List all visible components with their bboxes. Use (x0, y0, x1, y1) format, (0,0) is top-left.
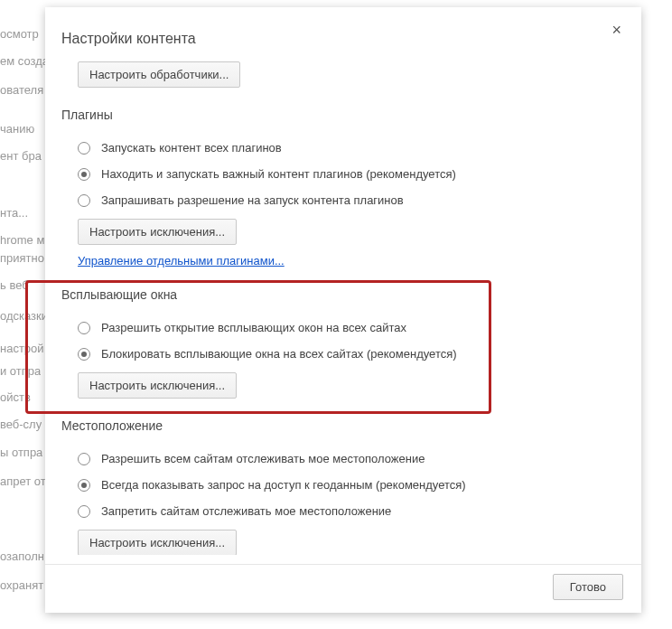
radio-label: Находить и запускать важный контент плаг… (101, 167, 456, 181)
radio-icon (78, 479, 90, 492)
content-settings-modal: Настройки контента × Настроить обработчи… (45, 7, 641, 613)
radio-label: Всегда показывать запрос на доступ к гео… (101, 478, 466, 492)
location-option-allow[interactable]: Разрешить всем сайтам отслеживать мое ме… (78, 446, 625, 472)
popups-exceptions-button[interactable]: Настроить исключения... (78, 372, 237, 399)
plugins-exceptions-button[interactable]: Настроить исключения... (78, 219, 237, 245)
radio-icon (78, 168, 90, 181)
radio-icon (78, 348, 90, 361)
configure-handlers-button[interactable]: Настроить обработчики... (78, 61, 240, 88)
modal-body[interactable]: Настроить обработчики... Плагины Запуска… (45, 56, 641, 555)
location-exceptions-button[interactable]: Настроить исключения... (78, 530, 237, 555)
plugins-option-detect-important[interactable]: Находить и запускать важный контент плаг… (78, 161, 625, 187)
location-section: Местоположение Разрешить всем сайтам отс… (61, 418, 625, 555)
radio-icon (78, 505, 90, 518)
plugins-option-ask[interactable]: Запрашивать разрешение на запуск контент… (78, 187, 625, 213)
radio-icon (78, 453, 90, 465)
location-option-block[interactable]: Запретить сайтам отслеживать мое местопо… (78, 498, 625, 524)
radio-label: Разрешить открытие всплывающих окон на в… (101, 321, 406, 334)
radio-icon (78, 322, 90, 334)
done-button[interactable]: Готово (553, 574, 623, 600)
close-icon[interactable]: × (611, 22, 621, 38)
plugins-option-run-all[interactable]: Запускать контент всех плагинов (78, 135, 625, 161)
radio-label: Запрашивать разрешение на запуск контент… (101, 193, 404, 207)
popups-option-allow[interactable]: Разрешить открытие всплывающих окон на в… (78, 314, 625, 341)
plugins-section: Плагины Запускать контент всех плагинов … (61, 108, 625, 268)
radio-label: Запретить сайтам отслеживать мое местопо… (101, 504, 391, 518)
radio-label: Блокировать всплывающие окна на всех сай… (101, 347, 457, 361)
modal-title: Настройки контента (61, 31, 196, 47)
handlers-section: Настроить обработчики... (61, 56, 625, 88)
radio-label: Разрешить всем сайтам отслеживать мое ме… (101, 452, 425, 465)
popups-title: Всплывающие окна (61, 287, 625, 302)
location-title: Местоположение (61, 418, 625, 433)
modal-footer: Готово (45, 565, 641, 613)
modal-header: Настройки контента × (45, 7, 641, 47)
radio-icon (78, 142, 90, 155)
radio-label: Запускать контент всех плагинов (101, 141, 282, 155)
popups-section: Всплывающие окна Разрешить открытие вспл… (61, 287, 625, 399)
popups-option-block[interactable]: Блокировать всплывающие окна на всех сай… (78, 341, 625, 367)
radio-icon (78, 194, 90, 207)
manage-plugins-link[interactable]: Управление отдельными плагинами... (78, 254, 285, 268)
location-option-ask[interactable]: Всегда показывать запрос на доступ к гео… (78, 472, 625, 498)
plugins-title: Плагины (61, 108, 625, 122)
